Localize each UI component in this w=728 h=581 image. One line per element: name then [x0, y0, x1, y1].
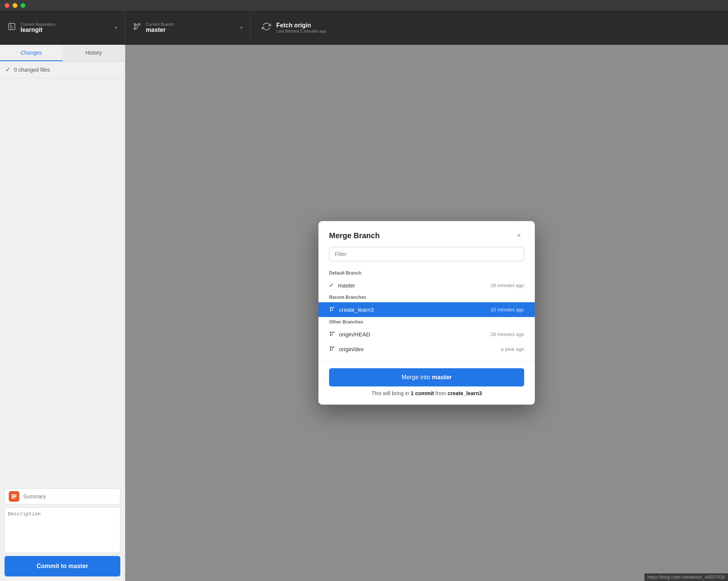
branch-time-origin-head: 28 minutes ago	[490, 331, 524, 337]
commit-button-prefix: Commit to	[36, 563, 68, 569]
changed-files-count: 0 changed files	[14, 67, 50, 73]
svg-rect-7	[11, 495, 16, 496]
section-recent-label: Recent Branches	[318, 292, 535, 302]
traffic-green[interactable]	[20, 3, 25, 8]
svg-rect-0	[9, 23, 15, 30]
traffic-yellow[interactable]	[13, 3, 17, 8]
tab-history[interactable]: History	[63, 45, 125, 61]
branch-name-create-learn3: create_learn3	[339, 306, 374, 313]
branch-label: Current Branch	[146, 22, 174, 27]
branch-icon-origin-dev	[329, 345, 335, 353]
svg-rect-3	[10, 28, 12, 28]
svg-point-15	[333, 331, 334, 333]
main-area: Changes History ✓ 0 changed files	[0, 45, 728, 581]
svg-point-17	[330, 349, 331, 350]
modal-close-button[interactable]: ×	[514, 230, 524, 241]
branch-row-origin-dev[interactable]: origin/dev a year ago	[318, 342, 535, 356]
merge-button-branch: master	[432, 374, 452, 380]
branch-name-origin-head: origin/HEAD	[339, 331, 370, 338]
branch-time-create-learn3: 10 minutes ago	[490, 307, 524, 312]
fetch-sub: Last fetched 2 minutes ago	[276, 29, 326, 33]
modal-overlay: Merge Branch × Default Branch ✓ master 2…	[125, 45, 728, 581]
merge-branch-modal: Merge Branch × Default Branch ✓ master 2…	[318, 221, 535, 405]
fetch-section[interactable]: Fetch origin Last fetched 2 minutes ago	[251, 22, 395, 33]
branch-dropdown-arrow: ▾	[240, 25, 243, 30]
title-bar	[0, 0, 728, 11]
svg-rect-8	[11, 496, 16, 497]
branch-name-origin-dev: origin/dev	[339, 346, 364, 352]
branch-icon-create-learn3	[329, 306, 335, 313]
branch-row-create-learn3[interactable]: create_learn3 10 minutes ago	[318, 302, 535, 317]
sidebar-spacer	[0, 78, 125, 484]
svg-point-16	[330, 346, 331, 347]
fetch-text-block: Fetch origin Last fetched 2 minutes ago	[276, 22, 326, 33]
current-branch-section[interactable]: Current Branch master ▾	[125, 11, 251, 44]
svg-rect-9	[11, 498, 15, 499]
svg-rect-2	[10, 27, 13, 27]
branch-row-master[interactable]: ✓ master 28 minutes ago	[318, 278, 535, 292]
repo-dropdown-arrow: ▾	[115, 25, 117, 30]
svg-point-6	[138, 24, 140, 25]
hint-prefix: This will bring in	[371, 390, 410, 396]
tab-bar: Changes History	[0, 45, 125, 61]
sidebar: Changes History ✓ 0 changed files	[0, 45, 125, 581]
svg-point-18	[333, 346, 334, 347]
svg-point-11	[330, 310, 331, 311]
repo-name: learngit	[20, 27, 55, 33]
modal-title: Merge Branch	[329, 231, 380, 240]
svg-point-4	[134, 24, 136, 25]
content-area: Merge Branch × Default Branch ✓ master 2…	[125, 45, 728, 581]
hint-count: 1 commit	[411, 390, 434, 396]
modal-header: Merge Branch ×	[318, 221, 535, 247]
svg-point-5	[134, 28, 136, 30]
description-textarea[interactable]	[5, 507, 120, 553]
tab-changes[interactable]: Changes	[0, 45, 63, 61]
branch-name: master	[146, 27, 174, 33]
check-icon: ✓	[5, 66, 10, 73]
branch-time-origin-dev: a year ago	[501, 346, 524, 352]
modal-footer: Merge into master This will bring in 1 c…	[318, 361, 535, 405]
svg-point-12	[333, 307, 334, 308]
branch-text-block: Current Branch master	[146, 22, 174, 33]
changed-files-row: ✓ 0 changed files	[0, 61, 125, 78]
branch-toolbar-icon	[133, 22, 141, 33]
svg-point-13	[330, 331, 331, 333]
svg-point-14	[330, 334, 331, 336]
current-repo-section[interactable]: Current Repository learngit ▾	[0, 11, 125, 44]
branch-name-master: master	[338, 282, 355, 289]
repo-text-block: Current Repository learngit	[20, 22, 55, 33]
svg-rect-1	[10, 25, 11, 26]
commit-button-branch: master	[68, 563, 88, 569]
hint-branch: create_learn3	[448, 390, 482, 396]
fetch-icon	[262, 22, 271, 33]
traffic-red[interactable]	[5, 3, 9, 8]
branch-row-origin-head[interactable]: origin/HEAD 28 minutes ago	[318, 327, 535, 342]
repo-label: Current Repository	[20, 22, 55, 27]
summary-input[interactable]	[23, 493, 116, 499]
sidebar-bottom: Commit to master	[0, 484, 125, 581]
summary-row	[5, 488, 120, 504]
filter-input[interactable]	[329, 247, 524, 261]
master-check-icon: ✓	[329, 282, 334, 289]
section-default-label: Default Branch	[318, 268, 535, 278]
branch-time-master: 28 minutes ago	[490, 283, 524, 288]
repo-icon	[8, 22, 16, 33]
branch-icon-origin-head	[329, 331, 335, 338]
fetch-title: Fetch origin	[276, 22, 326, 29]
merge-hint: This will bring in 1 commit from create_…	[371, 390, 482, 396]
hint-suffix: from	[434, 390, 448, 396]
merge-button-prefix: Merge into	[402, 374, 432, 380]
section-other-label: Other Branches	[318, 317, 535, 327]
merge-button[interactable]: Merge into master	[329, 368, 524, 386]
commit-button[interactable]: Commit to master	[5, 556, 120, 576]
toolbar: Current Repository learngit ▾ Current Br…	[0, 11, 728, 45]
svg-point-10	[330, 307, 331, 308]
summary-icon	[9, 491, 19, 502]
